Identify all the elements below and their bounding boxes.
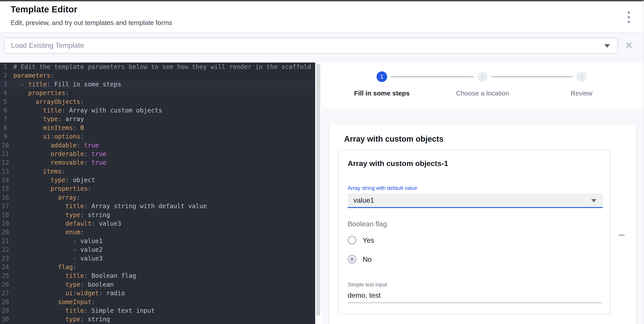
line-number: 11 (0, 150, 10, 158)
code-line[interactable]: 12 removable: true (0, 158, 315, 167)
code-text: ui:options: (10, 132, 84, 141)
radio-option-label: No (363, 255, 372, 263)
wizard-stepper: 1Fill in some steps2Choose a location3Re… (322, 63, 644, 108)
step-label-2[interactable]: Choose a location (436, 90, 529, 97)
code-line[interactable]: 5 arrayObjects: (0, 98, 315, 106)
clear-template-button[interactable]: ✕ (623, 39, 635, 52)
text-field-label: Simple text input (348, 281, 602, 288)
form-section-card: Array with custom objects Array with cus… (329, 124, 636, 324)
code-line[interactable]: 22 - value2 (0, 245, 315, 254)
code-line[interactable]: 14 type: object (0, 176, 315, 184)
template-loader-section: Load Existing Template ✕ (0, 33, 644, 63)
code-line[interactable]: 1# Edit the template parameters below to… (0, 63, 315, 71)
step-circle-1[interactable]: 1 (376, 71, 387, 82)
code-line[interactable]: 2parameters: (0, 71, 315, 80)
line-number: 1 (0, 63, 10, 71)
code-text: someInput: (10, 298, 95, 306)
radio-option-no[interactable]: No (348, 252, 601, 266)
code-line[interactable]: 25 title: Boolean flag (0, 271, 315, 280)
code-text: type: string (10, 315, 110, 323)
code-line[interactable]: 24 flag: (0, 263, 315, 271)
step-label-3[interactable]: Review (535, 90, 628, 97)
close-icon: ✕ (625, 40, 633, 51)
code-text: items: (10, 167, 65, 176)
line-number: 14 (0, 176, 10, 184)
load-existing-template-select[interactable]: Load Existing Template (4, 38, 618, 54)
code-line[interactable]: 20 enum: (0, 228, 315, 236)
code-line[interactable]: 4 properties: (0, 89, 315, 97)
form-section-title: Array with custom objects (344, 134, 636, 144)
code-line[interactable]: 10 addable: true (0, 141, 315, 150)
line-number: 20 (0, 228, 10, 236)
code-text: - value2 (10, 245, 103, 254)
yaml-code-editor[interactable]: 1# Edit the template parameters below to… (0, 63, 315, 324)
array-item-card: Array with custom objects-1 Array string… (338, 150, 610, 314)
code-text: - title: Fill in some steps (10, 80, 121, 89)
code-line[interactable]: 17 title: Array string with default valu… (0, 202, 315, 210)
radio-selected-icon[interactable] (348, 255, 356, 264)
code-line[interactable]: 18 type: string (0, 211, 315, 219)
code-line[interactable]: 30 type: string (0, 315, 315, 323)
app-header: Template Editor Edit, preview, and try o… (0, 1, 644, 32)
select-field-label: Array string with default value (348, 185, 603, 191)
line-number: 19 (0, 219, 10, 228)
code-text: enum: (10, 228, 84, 236)
boolean-flag-field: Boolean flag YesNo (348, 220, 601, 266)
code-text: - value1 (10, 237, 103, 245)
array-string-select[interactable]: value1 (348, 193, 603, 208)
line-number: 10 (0, 141, 10, 150)
code-text: arrayObjects: (10, 98, 84, 106)
code-line[interactable]: 28 someInput: (0, 298, 315, 306)
code-text: orderable: true (10, 150, 106, 158)
editor-scrollbar-thumb[interactable] (316, 64, 320, 315)
code-line[interactable]: 15 properties: (0, 184, 315, 193)
code-line[interactable]: 13 items: (0, 167, 315, 176)
line-number: 22 (0, 245, 10, 254)
simple-text-input-field[interactable]: Simple text input demo, test (348, 281, 602, 303)
code-text: addable: true (10, 141, 99, 150)
code-line[interactable]: 6 title: Array with custom objects (0, 106, 315, 115)
code-line[interactable]: 8 minItems: 0 (0, 124, 315, 132)
page-subtitle: Edit, preview, and try out templates and… (10, 19, 172, 27)
code-line[interactable]: 23 - value3 (0, 254, 315, 263)
code-text: flag: (10, 263, 77, 271)
line-number: 30 (0, 315, 10, 323)
line-number: 29 (0, 306, 10, 315)
line-number: 18 (0, 211, 10, 219)
code-line[interactable]: 3 - title: Fill in some steps (0, 80, 315, 89)
code-lines: 1# Edit the template parameters below to… (0, 63, 315, 324)
code-text: properties: (10, 89, 69, 97)
code-line[interactable]: 7 type: array (0, 115, 315, 123)
kebab-menu-icon (628, 21, 630, 23)
code-text: title: Boolean flag (10, 271, 136, 280)
code-line[interactable]: 29 title: Simple text input (0, 306, 315, 315)
line-number: 4 (0, 89, 10, 97)
line-number: 26 (0, 280, 10, 289)
radio-option-yes[interactable]: Yes (348, 233, 601, 247)
code-line[interactable]: 9 ui:options: (0, 132, 315, 141)
code-line[interactable]: 19 default: value3 (0, 219, 315, 228)
code-line[interactable]: 21 - value1 (0, 237, 315, 245)
line-number: 3 (0, 80, 10, 89)
page-right-edge (643, 0, 643, 324)
line-number: 7 (0, 115, 10, 123)
step-circle-2[interactable]: 2 (477, 71, 488, 82)
code-line[interactable]: 27 ui:widget: radio (0, 289, 315, 297)
code-text: removable: true (10, 158, 106, 167)
kebab-menu-button[interactable] (621, 7, 637, 28)
line-number: 21 (0, 237, 10, 245)
code-line[interactable]: 26 type: boolean (0, 280, 315, 289)
step-circle-3[interactable]: 3 (576, 71, 587, 82)
line-number: 17 (0, 202, 10, 210)
code-text: type: array (10, 115, 84, 123)
line-number: 28 (0, 298, 10, 306)
remove-array-item-button[interactable] (614, 227, 630, 243)
code-text: default: value3 (10, 219, 121, 228)
step-label-1[interactable]: Fill in some steps (336, 90, 428, 97)
radio-unselected-icon[interactable] (348, 236, 356, 245)
code-line[interactable]: 11 orderable: true (0, 150, 315, 158)
code-line[interactable]: 16 array: (0, 193, 315, 202)
code-text: title: Array string with default value (10, 202, 207, 210)
line-number: 9 (0, 132, 10, 141)
select-value: value1 (353, 196, 374, 204)
